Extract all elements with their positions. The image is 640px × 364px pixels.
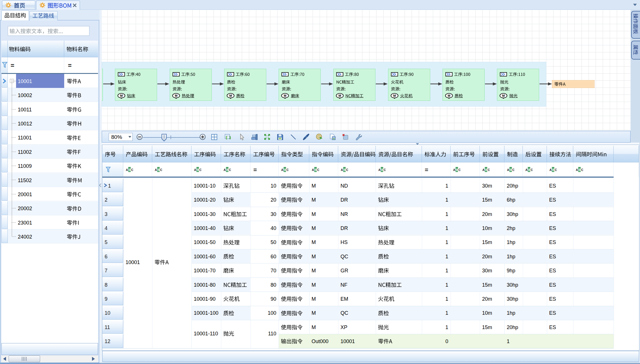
svg-text:C: C (317, 168, 320, 172)
svg-text:B: B (456, 168, 458, 172)
svg-text:C: C (160, 168, 163, 172)
svg-text:A: A (453, 168, 455, 172)
svg-text:M: M (229, 94, 232, 97)
svg-text:C: C (346, 168, 349, 172)
svg-text:A: A (224, 168, 226, 172)
svg-text:B: B (552, 168, 555, 172)
svg-text:A: A (312, 168, 314, 172)
svg-text:C: C (459, 168, 461, 172)
svg-text:B: B (197, 168, 199, 172)
svg-text:A: A (194, 168, 196, 172)
svg-text:B: B (315, 168, 317, 172)
svg-text:A: A (549, 168, 552, 172)
svg-text:M: M (120, 94, 123, 97)
svg-text:A: A (482, 168, 485, 172)
svg-text:M: M (448, 94, 450, 97)
svg-text:C: C (229, 168, 231, 172)
svg-text:M: M (502, 94, 505, 97)
svg-text:A: A (341, 168, 343, 172)
svg-text:C: C (199, 168, 202, 172)
svg-text:C: C (555, 168, 557, 172)
svg-text:M: M (393, 94, 396, 97)
svg-text:M: M (284, 94, 286, 97)
svg-text:B: B (510, 168, 512, 172)
svg-text:C: C (384, 168, 386, 172)
svg-text:C: C (488, 168, 490, 172)
svg-text:A: A (155, 168, 157, 172)
svg-text:B: B (381, 168, 383, 172)
svg-text:C: C (531, 168, 533, 172)
svg-text:B: B (344, 168, 346, 172)
svg-text:A: A (525, 168, 528, 172)
svg-text:C: C (131, 168, 134, 172)
svg-text:A: A (576, 168, 578, 172)
svg-text:M: M (175, 94, 177, 97)
svg-text:C: C (512, 168, 515, 172)
svg-text:A: A (126, 168, 128, 172)
svg-text:B: B (284, 168, 286, 172)
svg-text:B: B (528, 168, 531, 172)
svg-text:A: A (507, 168, 509, 172)
svg-text:A: A (378, 168, 381, 172)
svg-text:C: C (581, 168, 584, 172)
svg-text:M: M (338, 94, 341, 97)
svg-text:A: A (281, 168, 283, 172)
svg-text:B: B (579, 168, 581, 172)
svg-text:B: B (226, 168, 229, 172)
svg-text:B: B (129, 168, 131, 172)
svg-text:B: B (158, 168, 160, 172)
svg-text:B: B (485, 168, 488, 172)
svg-text:C: C (287, 168, 289, 172)
